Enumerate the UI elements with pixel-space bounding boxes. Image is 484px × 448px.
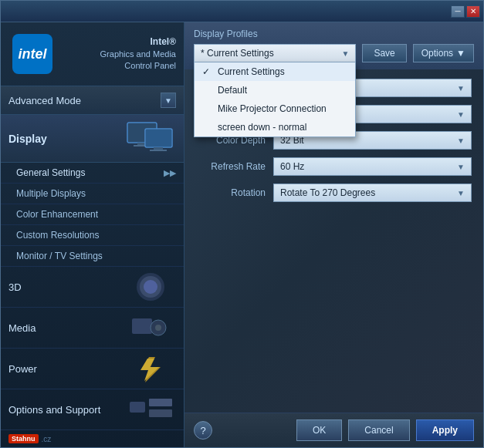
display-nav-item[interactable]: Display — [1, 115, 184, 163]
nav-options-support-label: Options and Support — [8, 404, 126, 416]
dropdown-item-mike[interactable]: Mike Projector Connection — [195, 99, 355, 118]
nav-media-icon — [126, 312, 176, 343]
profiles-title: Display Profiles — [194, 29, 474, 39]
color-depth-arrow: ▼ — [457, 136, 465, 145]
rotation-label: Rotation — [196, 187, 266, 198]
refresh-rate-label: Refresh Rate — [196, 161, 266, 172]
display-nav-label: Display — [8, 133, 126, 145]
sidebar-title: Intel® Graphics and Media Control Panel — [60, 35, 176, 72]
refresh-rate-setting-row: Refresh Rate 60 Hz ▼ — [196, 157, 472, 176]
nav-power[interactable]: Power — [1, 349, 184, 389]
footer-buttons: ? OK Cancel Apply — [184, 413, 483, 447]
svg-rect-7 — [150, 150, 167, 151]
intel-logo: intel — [12, 34, 52, 74]
right-panel: Display Profiles * Current Settings ▼ ✓ … — [184, 22, 483, 447]
profile-dropdown: ✓ Current Settings Default Mike Projecto… — [194, 62, 356, 137]
svg-rect-11 — [132, 318, 152, 334]
submenu-monitor-tv[interactable]: Monitor / TV Settings — [1, 246, 184, 267]
save-button[interactable]: Save — [362, 44, 406, 62]
display-nav-icon — [126, 121, 176, 156]
nav-media[interactable]: Media — [1, 308, 184, 349]
submenu-arrow: ▶▶ — [164, 168, 176, 178]
stahnu-logo: Stahnu — [8, 434, 39, 443]
profile-select-arrow: ▼ — [341, 49, 349, 58]
check-mark: ✓ — [202, 66, 213, 77]
help-button[interactable]: ? — [194, 421, 212, 440]
submenu-multiple-displays[interactable]: Multiple Displays — [1, 184, 184, 204]
title-bar: ─ ✕ — [1, 1, 483, 22]
nav-options-support-icon — [126, 394, 176, 425]
dropdown-item-screen-down[interactable]: screen down - normal — [195, 118, 355, 136]
resolution-select-arrow: ▼ — [457, 110, 465, 119]
svg-point-10 — [144, 280, 157, 294]
options-button[interactable]: Options ▼ — [413, 44, 474, 62]
profiles-header: Display Profiles * Current Settings ▼ ✓ … — [184, 22, 483, 69]
options-arrow: ▼ — [456, 48, 465, 59]
nav-3d-label: 3D — [8, 281, 126, 293]
submenu-custom-resolutions[interactable]: Custom Resolutions — [1, 225, 184, 246]
minimize-button[interactable]: ─ — [451, 5, 465, 18]
dropdown-item-current[interactable]: ✓ Current Settings — [195, 62, 355, 81]
profile-select-container: * Current Settings ▼ ✓ Current Settings — [194, 44, 356, 62]
nav-power-icon — [126, 353, 176, 384]
close-button[interactable]: ✕ — [466, 5, 480, 18]
nav-power-label: Power — [8, 363, 126, 375]
stahnu-suffix: .cz — [42, 435, 52, 443]
rotation-setting-row: Rotation Rotate To 270 Degrees ▼ — [196, 184, 472, 202]
profiles-row: * Current Settings ▼ ✓ Current Settings — [194, 44, 474, 62]
apply-button[interactable]: Apply — [416, 419, 474, 441]
profile-select[interactable]: * Current Settings ▼ — [194, 44, 356, 62]
title-bar-controls: ─ ✕ — [451, 5, 480, 18]
sidebar-header: intel Intel® Graphics and Media Control … — [1, 22, 184, 86]
watermark: Stahnu .cz — [1, 430, 184, 447]
nav-options-support[interactable]: Options and Support — [1, 389, 184, 430]
submenu-general-settings[interactable]: General Settings ▶▶ — [1, 163, 184, 184]
advanced-mode-label: Advanced Mode — [8, 95, 161, 106]
svg-rect-18 — [149, 409, 172, 417]
app-window: ─ ✕ intel Intel® Graphics and Media Cont… — [0, 0, 484, 448]
svg-point-13 — [155, 325, 161, 331]
ok-button[interactable]: OK — [296, 419, 342, 441]
svg-rect-5 — [146, 130, 171, 147]
advanced-mode-arrow: ▼ — [161, 93, 176, 108]
submenu-color-enhancement[interactable]: Color Enhancement — [1, 204, 184, 225]
display-select-arrow: ▼ — [457, 84, 465, 93]
sidebar: intel Intel® Graphics and Media Control … — [1, 22, 184, 447]
refresh-rate-select[interactable]: 60 Hz ▼ — [273, 157, 472, 176]
cancel-button[interactable]: Cancel — [348, 419, 409, 441]
advanced-mode-row[interactable]: Advanced Mode ▼ — [1, 86, 184, 115]
svg-rect-6 — [154, 147, 163, 150]
nav-media-label: Media — [8, 322, 126, 334]
refresh-rate-arrow: ▼ — [457, 163, 465, 171]
rotation-select[interactable]: Rotate To 270 Degrees ▼ — [273, 184, 472, 202]
main-content: intel Intel® Graphics and Media Control … — [1, 22, 483, 447]
svg-rect-16 — [130, 402, 145, 413]
nav-3d[interactable]: 3D — [1, 267, 184, 308]
svg-rect-17 — [149, 399, 172, 406]
dropdown-item-default[interactable]: Default — [195, 81, 355, 99]
rotation-arrow: ▼ — [457, 189, 465, 197]
nav-3d-icon — [126, 271, 176, 302]
